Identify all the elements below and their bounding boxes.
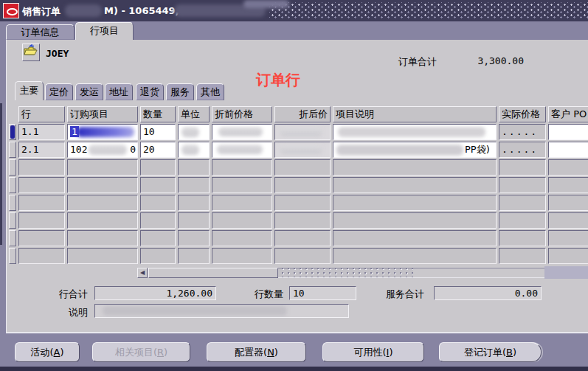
empty-cell [548,212,588,229]
item-description-cell[interactable]: PP袋) [333,142,497,158]
col-header-price-before: 折前价格 [212,106,272,122]
service-total-label: 服务合计 [386,288,424,301]
empty-cell [18,177,65,193]
customer-po-cell[interactable] [548,142,588,158]
empty-cell [274,177,331,193]
actual-price-cell[interactable]: ..... [499,124,546,140]
scrollbar-thumb[interactable] [148,268,278,278]
row-selector[interactable] [9,195,16,211]
item-description-cell[interactable] [333,124,497,140]
empty-cell [67,212,138,229]
empty-cell [140,248,176,264]
redacted-price [280,127,322,136]
row-selector[interactable] [9,248,16,264]
line-total-field: 1,260.00 [94,286,216,300]
price-before-cell[interactable] [212,142,272,158]
empty-cell [548,248,588,264]
description-field[interactable] [94,304,349,318]
title-bar[interactable]: 销售订单 M) - 1065449, [0,0,588,21]
empty-cell [178,195,210,211]
tab-order-information[interactable]: 订单信息 [6,24,75,40]
subtab-service[interactable]: 服务 [166,83,194,100]
subtab-pricing[interactable]: 定价 [45,83,73,100]
current-record-indicator [10,125,15,139]
empty-cell [274,248,331,264]
empty-cell [333,212,497,229]
empty-cell [67,248,138,264]
line-qty-field: 10 [289,286,356,300]
subtab-shipping[interactable]: 发运 [75,83,103,100]
titlebar-pattern [269,2,588,19]
book-order-button[interactable]: 登记订单(B) [439,342,542,362]
price-before-cell[interactable] [212,124,272,140]
empty-cell [178,177,210,193]
empty-cell [333,195,497,211]
table-row-empty [9,230,588,246]
empty-cell [499,212,546,229]
price-after-cell[interactable] [274,142,331,158]
sales-order-window: 销售订单 M) - 1065449, 订单信息 行项目 JOEY 订单合计 3,… [0,0,588,367]
quantity-cell[interactable]: 10 [140,124,176,140]
empty-cell [140,230,176,246]
row-selector[interactable] [9,177,16,193]
actual-price-cell[interactable]: ..... [499,142,546,158]
row-selector[interactable] [9,142,16,158]
related-items-button: 相关项目(R) [92,342,190,362]
salesperson-value[interactable]: JOEY [46,48,69,59]
row-selector[interactable] [9,124,16,140]
empty-cell [178,212,210,229]
col-header-qty: 数量 [140,106,176,122]
empty-cell [18,159,65,176]
open-folder-button[interactable] [22,44,40,61]
redacted-price [218,127,263,136]
empty-cell [18,248,65,264]
subtab-other[interactable]: 其他 [196,83,224,100]
row-selector[interactable] [9,212,16,229]
row-selector[interactable] [9,230,16,246]
window-title-number: M) - 1065449, [104,5,179,16]
empty-cell [499,177,546,193]
redacted-item [77,127,134,137]
subtab-address[interactable]: 地址 [105,83,133,100]
order-total-value: 3,300.00 [450,55,524,66]
subtab-main[interactable]: 主要 [15,81,44,100]
col-header-unit: 单位 [178,106,210,122]
redacted-title-segment [65,4,102,17]
row-selector[interactable] [9,159,16,176]
empty-cell [178,230,210,246]
redacted-description-text [103,306,287,316]
empty-cell [274,195,331,211]
ordered-item-cell[interactable]: 1020 [67,142,138,158]
redacted-price [280,145,322,154]
line-number-cell[interactable]: 1.1 [18,124,65,140]
table-row-empty [9,212,588,229]
line-qty-label: 行数量 [255,288,283,301]
actions-button[interactable]: 活动(A) [15,342,80,362]
price-after-cell[interactable] [274,124,331,140]
empty-cell [274,159,331,176]
empty-cell [212,248,272,264]
empty-cell [333,248,497,264]
empty-cell [67,177,138,193]
line-number-cell[interactable]: 2.1 [18,142,65,158]
configurator-button[interactable]: 配置器(N) [207,342,306,362]
scrollbar-track-dotted[interactable] [278,268,413,278]
order-line-annotation: 订单行 [256,70,300,90]
col-header-price-after: 折后价 [274,106,331,122]
quantity-cell[interactable]: 20 [140,142,176,158]
redacted-unit [181,145,199,155]
table-row: 1.1 1 10 ..... [9,124,588,140]
availability-button[interactable]: 可用性(I) [322,342,424,362]
scrollbar-track[interactable] [413,268,544,278]
subtab-returns[interactable]: 退货 [136,83,164,100]
scrollbar-left-button[interactable]: ◀ [137,268,148,278]
unit-cell[interactable] [178,142,210,158]
ordered-item-cell[interactable]: 1 [67,124,138,140]
empty-cell [333,177,497,193]
unit-cell[interactable] [178,124,210,140]
tab-line-items[interactable]: 行项目 [75,22,134,40]
customer-po-cell[interactable] [548,124,588,140]
col-header-item-description: 项目说明 [333,106,497,122]
left-accent-bar [0,103,2,245]
col-header-ordered-item: 订购项目 [67,106,138,122]
